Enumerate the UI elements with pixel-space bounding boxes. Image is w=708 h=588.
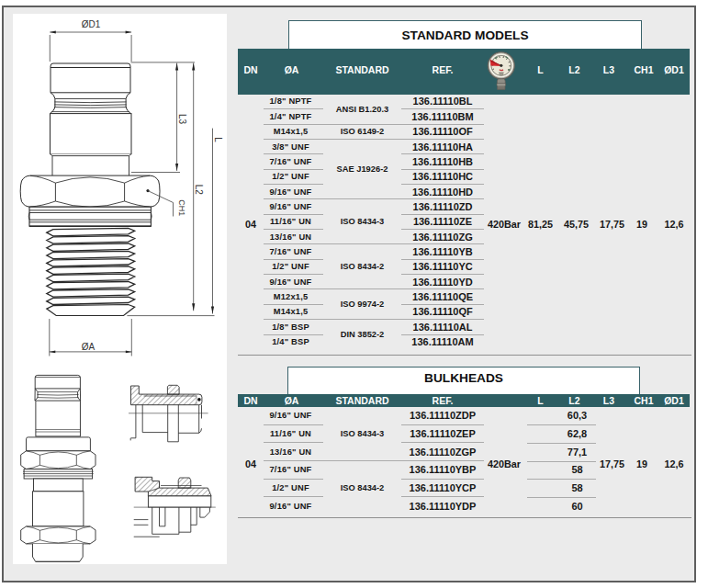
svg-text:L: L	[213, 137, 223, 142]
svg-text:ØD1: ØD1	[82, 19, 101, 29]
svg-text:L2: L2	[194, 185, 204, 196]
svg-text:CH1: CH1	[177, 199, 186, 216]
svg-text:L3: L3	[177, 114, 187, 125]
svg-text:ØA: ØA	[82, 342, 96, 352]
